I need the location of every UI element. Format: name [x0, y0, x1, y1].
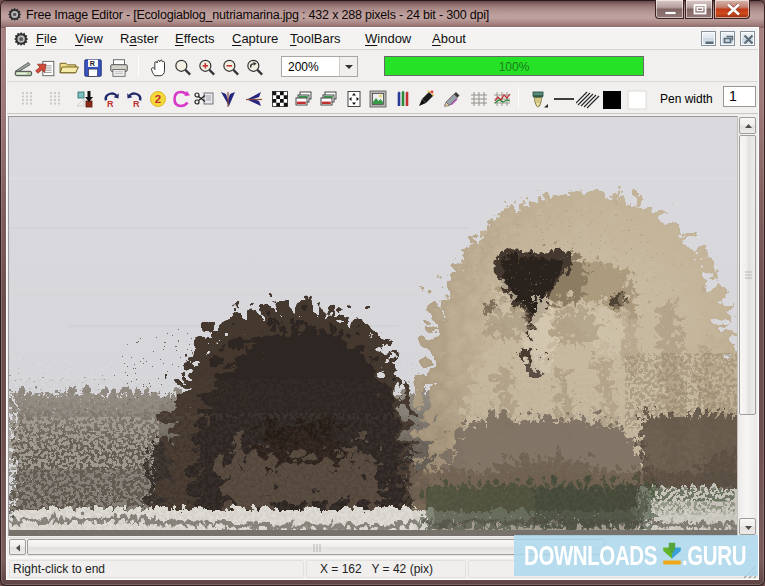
- svg-text:R: R: [133, 99, 140, 109]
- svg-text:R: R: [107, 99, 114, 109]
- svg-text:2: 2: [155, 93, 161, 105]
- svg-text:R: R: [90, 60, 96, 68]
